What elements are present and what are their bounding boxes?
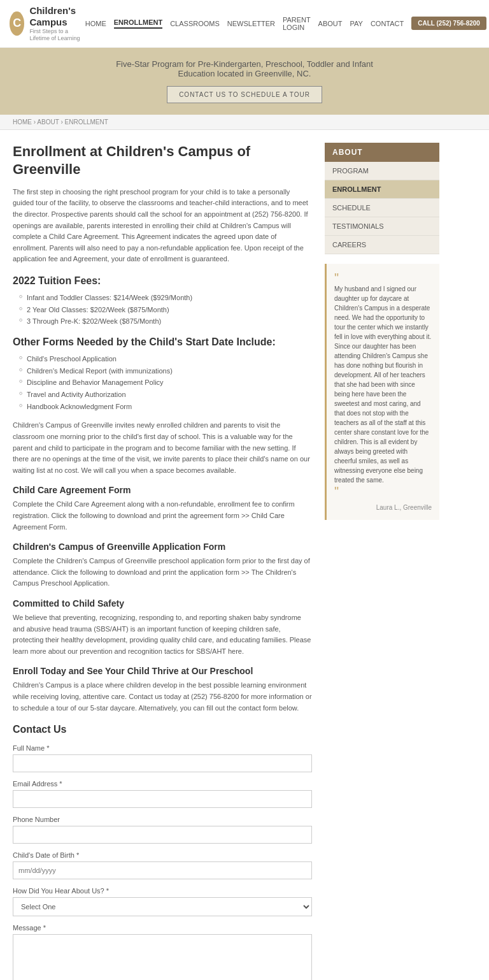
how-heard-group: How Did You Hear About Us? * Select One xyxy=(13,887,312,916)
message-label: Message * xyxy=(13,924,312,932)
how-heard-select[interactable]: Select One xyxy=(13,897,312,916)
nav-newsletter[interactable]: NEWSLETTER xyxy=(227,20,275,27)
phone-group: Phone Number xyxy=(13,816,312,844)
list-item: Handbook Acknowledgment Form xyxy=(20,401,312,413)
breadcrumb: HOME › ABOUT › ENROLLMENT xyxy=(0,115,489,130)
hero-text: Five-Star Program for Pre-Kindergarten, … xyxy=(101,59,388,78)
contact-form-section: Contact Us Full Name * Email Address * P… xyxy=(13,724,312,980)
visit-paragraph: Children's Campus of Greenville invites … xyxy=(13,420,312,476)
application-paragraph: Complete the Children's Campus of Greenv… xyxy=(13,556,312,589)
email-input[interactable] xyxy=(13,790,312,808)
list-item: Children's Medical Report (with immuniza… xyxy=(20,365,312,377)
quote-close-icon: " xyxy=(334,485,432,498)
email-label: Email Address * xyxy=(13,780,312,788)
breadcrumb-home[interactable]: HOME xyxy=(13,119,32,126)
full-name-group: Full Name * xyxy=(13,744,312,772)
brand-tagline: First Steps to a Lifetime of Learning xyxy=(29,28,85,42)
nav-parent-login[interactable]: PARENT LOGIN xyxy=(283,16,311,31)
forms-list: Child's Preschool Application Children's… xyxy=(13,353,312,412)
nav-home[interactable]: HOME xyxy=(85,20,106,27)
nav-pay[interactable]: PAY xyxy=(350,20,362,27)
dob-group: Child's Date of Birth * xyxy=(13,851,312,879)
list-item: Infant and Toddler Classes: $214/Week ($… xyxy=(20,292,312,304)
sidebar: ABOUT PROGRAM ENROLLMENT SCHEDULE TESTIM… xyxy=(325,143,439,980)
safety-heading: Committed to Child Safety xyxy=(13,598,312,609)
phone-input[interactable] xyxy=(13,826,312,844)
intro-paragraph: The first step in choosing the right pre… xyxy=(13,187,312,265)
nav-classrooms[interactable]: CLASSROOMS xyxy=(170,20,220,27)
main-container: Enrollment at Children's Campus of Green… xyxy=(0,130,489,980)
breadcrumb-current: ENROLLMENT xyxy=(65,119,108,126)
how-heard-label: How Did You Hear About Us? * xyxy=(13,887,312,895)
nav-enrollment[interactable]: ENROLLMENT xyxy=(114,18,162,29)
enroll-paragraph: Children's Campus is a place where child… xyxy=(13,680,312,714)
phone-label: Phone Number xyxy=(13,816,312,823)
dob-input[interactable] xyxy=(13,861,312,879)
childcare-paragraph: Complete the Child Care Agreement along … xyxy=(13,499,312,533)
logo-icon: C xyxy=(10,11,24,36)
sidebar-item-program[interactable]: PROGRAM xyxy=(325,162,439,180)
safety-paragraph: We believe that preventing, recognizing,… xyxy=(13,612,312,657)
dob-label: Child's Date of Birth * xyxy=(13,851,312,859)
email-group: Email Address * xyxy=(13,780,312,808)
message-textarea[interactable] xyxy=(13,934,312,980)
testimonial-quote: My husband and I signed our daughter up … xyxy=(334,284,432,485)
sidebar-item-schedule[interactable]: SCHEDULE xyxy=(325,199,439,217)
sidebar-item-enrollment[interactable]: ENROLLMENT xyxy=(325,180,439,199)
list-item: 3 Through Pre-K: $202/Week ($875/Month) xyxy=(20,315,312,328)
sidebar-nav: ABOUT PROGRAM ENROLLMENT SCHEDULE TESTIM… xyxy=(325,143,439,254)
list-item: Travel and Activity Authorization xyxy=(20,389,312,401)
list-item: Child's Preschool Application xyxy=(20,353,312,365)
nav-contact[interactable]: CONTACT xyxy=(371,20,404,27)
breadcrumb-about[interactable]: ABOUT xyxy=(37,119,59,126)
quote-open-icon: " xyxy=(334,271,432,284)
sidebar-item-testimonials[interactable]: TESTIMONIALS xyxy=(325,217,439,236)
hero-banner: Five-Star Program for Pre-Kindergarten, … xyxy=(0,48,489,115)
content-area: Enrollment at Children's Campus of Green… xyxy=(13,143,325,980)
application-heading: Children's Campus of Greenville Applicat… xyxy=(13,542,312,552)
full-name-input[interactable] xyxy=(13,754,312,772)
schedule-tour-button[interactable]: CONTACT US TO SCHEDULE A TOUR xyxy=(167,86,322,103)
message-group: Message * xyxy=(13,924,312,980)
contact-form-title: Contact Us xyxy=(13,724,312,735)
site-header: C Children's Campus First Steps to a Lif… xyxy=(0,0,489,48)
logo-area[interactable]: C Children's Campus First Steps to a Lif… xyxy=(10,5,85,42)
brand-name: Children's Campus xyxy=(29,5,85,28)
page-title: Enrollment at Children's Campus of Green… xyxy=(13,143,312,179)
full-name-label: Full Name * xyxy=(13,744,312,752)
sidebar-testimonial: " My husband and I signed our daughter u… xyxy=(325,264,439,520)
nav-about[interactable]: ABOUT xyxy=(318,20,343,27)
list-item: 2 Year Old Classes: $202/Week ($875/Mont… xyxy=(20,304,312,316)
childcare-heading: Child Care Agreement Form xyxy=(13,485,312,495)
forms-heading: Other Forms Needed by the Child's Start … xyxy=(13,336,312,348)
list-item: Discipline and Behavior Management Polic… xyxy=(20,377,312,389)
call-button[interactable]: CALL (252) 756-8200 xyxy=(411,17,486,30)
enroll-heading: Enroll Today and See Your Child Thrive a… xyxy=(13,666,312,676)
testimonial-author: Laura L., Greenville xyxy=(334,503,432,512)
sidebar-item-careers[interactable]: CAREERS xyxy=(325,236,439,254)
tuition-list: Infant and Toddler Classes: $214/Week ($… xyxy=(13,292,312,328)
tuition-heading: 2022 Tuition Fees: xyxy=(13,275,312,287)
sidebar-title: ABOUT xyxy=(325,143,439,162)
main-nav: HOME ENROLLMENT CLASSROOMS NEWSLETTER PA… xyxy=(85,16,486,31)
